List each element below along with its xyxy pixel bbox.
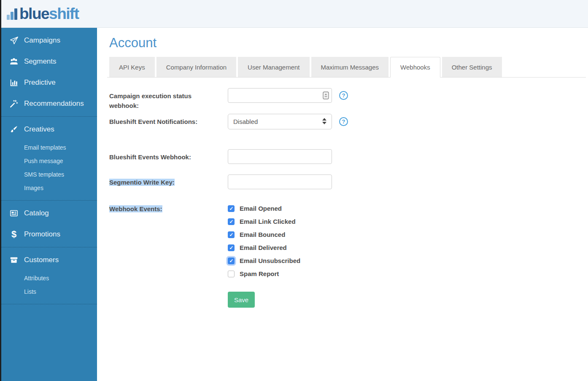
paper-plane-icon	[8, 35, 19, 46]
checkbox-spam-report[interactable]: Spam Report	[228, 267, 300, 280]
checkbox-email-delivered[interactable]: Email Delivered	[228, 241, 300, 254]
sidebar-item-label: Customers	[24, 256, 59, 264]
sidebar-item-lists[interactable]: Lists	[0, 285, 97, 298]
creatives-submenu: Email templates Push message SMS templat…	[0, 140, 97, 198]
checkbox-icon[interactable]	[228, 258, 235, 264]
tab-company-information[interactable]: Company Information	[156, 57, 236, 77]
sidebar-item-label: Segments	[24, 57, 57, 66]
checkbox-email-unsubscribed[interactable]: Email Unsubscribed	[228, 254, 300, 267]
save-button[interactable]: Save	[228, 292, 255, 308]
select-stepper-icon	[322, 118, 326, 124]
sidebar-divider	[0, 247, 97, 247]
webhook-events-label: Webhook Events:	[109, 204, 228, 214]
campaign-webhook-label: Campaign execution status webhook:	[109, 91, 198, 110]
tab-other-settings[interactable]: Other Settings	[442, 57, 502, 77]
event-notifications-label: Blueshift Event Notifications:	[109, 117, 228, 126]
sidebar-item-creatives[interactable]: Creatives	[0, 119, 97, 140]
sidebar-item-label: Campaigns	[24, 36, 60, 45]
sidebar-divider	[0, 116, 97, 117]
logo-bars-icon	[7, 8, 18, 24]
window-edge	[0, 0, 1, 381]
sidebar-item-customers[interactable]: Customers	[0, 250, 97, 271]
sidebar-item-label: Recommendations	[24, 99, 84, 108]
event-notifications-select[interactable]: Disabled	[228, 114, 332, 129]
newspaper-icon	[8, 208, 19, 218]
sidebar-item-push-message[interactable]: Push message	[0, 154, 97, 168]
blueshift-logo[interactable]: blueshift	[7, 4, 79, 24]
sidebar-item-images[interactable]: Images	[0, 181, 97, 195]
events-webhook-input[interactable]	[228, 149, 332, 164]
magic-wand-icon	[8, 99, 19, 109]
logo-text-dark: blue	[19, 5, 49, 22]
webhook-events-row: Webhook Events: Email Opened Email Link …	[109, 201, 588, 308]
sidebar-item-email-templates[interactable]: Email templates	[0, 141, 97, 154]
sidebar-item-attributes[interactable]: Attributes	[0, 271, 97, 285]
campaign-webhook-row: Campaign execution status webhook: ?	[109, 88, 588, 110]
event-notifications-row: Blueshift Event Notifications: Disabled …	[109, 114, 588, 129]
checkbox-icon[interactable]	[228, 218, 235, 225]
autofill-extension-icon[interactable]	[323, 91, 329, 99]
selected-option: Disabled	[233, 118, 258, 125]
segmentio-label: Segmentio Write Key:	[109, 177, 228, 187]
checkbox-icon[interactable]	[228, 205, 235, 212]
sidebar-item-recommendations[interactable]: Recommendations	[0, 93, 97, 114]
checkbox-icon[interactable]	[228, 244, 235, 251]
events-webhook-row: Blueshift Events Webhook:	[109, 149, 588, 164]
sidebar-item-label: Catalog	[24, 209, 49, 217]
tab-api-keys[interactable]: API Keys	[109, 57, 155, 77]
paintbrush-icon	[8, 124, 19, 134]
app-header: blueshift	[0, 0, 588, 28]
page-title: Account	[109, 36, 588, 50]
sidebar-item-label: Creatives	[24, 125, 54, 134]
sidebar-item-promotions[interactable]: $ Promotions	[0, 224, 97, 245]
sidebar-divider	[0, 200, 97, 201]
events-webhook-label: Blueshift Events Webhook:	[109, 152, 228, 162]
help-icon[interactable]: ?	[339, 117, 348, 126]
bar-chart-icon	[8, 78, 19, 88]
checkbox-email-bounced[interactable]: Email Bounced	[228, 228, 300, 241]
account-tabs: API Keys Company Information User Manage…	[107, 57, 586, 78]
sidebar-item-catalog[interactable]: Catalog	[0, 203, 97, 224]
checkbox-email-opened[interactable]: Email Opened	[228, 202, 300, 215]
sidebar-item-label: Promotions	[24, 230, 60, 239]
users-icon	[8, 56, 19, 67]
webhooks-form: Campaign execution status webhook: ? Blu…	[109, 88, 588, 308]
checkbox-email-link-clicked[interactable]: Email Link Clicked	[228, 215, 300, 228]
sidebar-item-label: Predictive	[24, 78, 56, 87]
sidebar-item-segments[interactable]: Segments	[0, 51, 97, 72]
tab-maximum-messages[interactable]: Maximum Messages	[311, 57, 389, 77]
sidebar-divider	[0, 304, 97, 304]
dollar-icon: $	[8, 229, 19, 239]
segmentio-input[interactable]	[228, 174, 332, 189]
customers-submenu: Attributes Lists	[0, 271, 97, 302]
checkbox-icon[interactable]	[228, 231, 235, 238]
checkbox-icon[interactable]	[228, 271, 235, 277]
help-icon[interactable]: ?	[339, 91, 348, 100]
tab-webhooks[interactable]: Webhooks	[390, 57, 440, 78]
segmentio-row: Segmentio Write Key:	[109, 174, 588, 189]
sidebar: Campaigns Segments Predictive Recommenda…	[0, 28, 97, 381]
main-content: Account API Keys Company Information Use…	[97, 28, 588, 381]
sidebar-item-campaigns[interactable]: Campaigns	[0, 30, 97, 51]
sidebar-item-predictive[interactable]: Predictive	[0, 72, 97, 93]
archive-box-icon	[8, 255, 19, 265]
tab-user-management[interactable]: User Management	[238, 57, 309, 77]
campaign-webhook-input[interactable]	[228, 88, 332, 103]
sidebar-item-sms-templates[interactable]: SMS templates	[0, 168, 97, 181]
logo-text-light: shift	[49, 5, 79, 22]
